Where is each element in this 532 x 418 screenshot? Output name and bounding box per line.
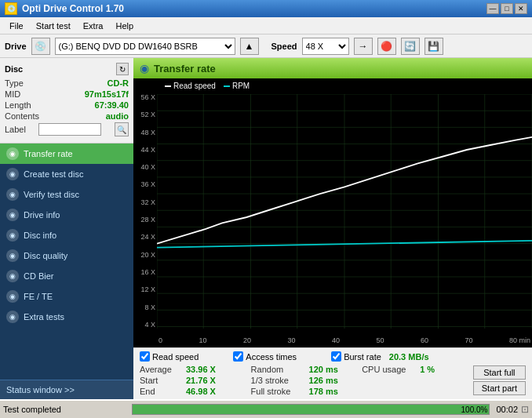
end-label: End	[140, 387, 183, 396]
legend-rpm: RPM	[224, 82, 250, 90]
sidebar-item-extra-tests[interactable]: ◉ Extra tests	[0, 307, 133, 327]
drive-label: Drive	[5, 42, 27, 51]
disc-mid-value: 97m15s17f	[85, 89, 129, 99]
x-label-20: 20	[243, 336, 251, 344]
transfer-rate-header: ◉ Transfer rate	[133, 58, 532, 78]
main-area: Disc ↻ Type CD-R MID 97m15s17f Length 67…	[0, 58, 532, 399]
y-label-52: 52 X	[140, 111, 155, 118]
read-speed-legend-dot	[165, 85, 171, 87]
progress-bar-fill: 100.0%	[133, 405, 489, 414]
random-value: 120 ms	[309, 365, 356, 374]
drive-icon: 💿	[31, 38, 50, 55]
disc-mid-label: MID	[5, 89, 20, 99]
close-button[interactable]: ✕	[515, 3, 527, 14]
sidebar-item-disc-info[interactable]: ◉ Disc info	[0, 225, 133, 245]
stats-col-2: Random 120 ms 1/3 stroke 126 ms Full str…	[251, 365, 363, 396]
chart-svg	[157, 94, 532, 329]
x-label-50: 50	[376, 336, 384, 344]
y-label-32: 32 X	[140, 199, 155, 206]
disc-length-label: Length	[5, 100, 31, 110]
sidebar-item-verify-test-disc[interactable]: ◉ Verify test disc	[0, 184, 133, 205]
stats-rows: Average 33.96 X Start 21.76 X End 46.98 …	[140, 365, 526, 396]
start-part-button[interactable]: Start part	[473, 381, 526, 395]
x-label-80: 80 min	[509, 336, 530, 344]
burst-rate-checkbox-item[interactable]: Burst rate	[331, 351, 381, 362]
x-label-60: 60	[421, 336, 428, 344]
status-resize-icon: ⊡	[521, 404, 529, 415]
chart-legend: Read speed RPM	[165, 82, 250, 90]
status-text: Test completed	[3, 405, 129, 414]
y-label-56: 56 X	[140, 94, 155, 101]
sidebar-item-drive-info[interactable]: ◉ Drive info	[0, 205, 133, 225]
action-buttons: Start full Start part	[473, 365, 526, 396]
menu-bar: File Start test Extra Help	[0, 17, 532, 35]
checkboxes-row: Read speed Access times Burst rate 20.3 …	[140, 351, 526, 362]
y-label-36: 36 X	[140, 181, 155, 188]
speed-select[interactable]: 48 X	[302, 38, 349, 55]
read-speed-checkbox-item[interactable]: Read speed	[140, 351, 199, 362]
rpm-legend-dot	[224, 85, 230, 87]
menu-file[interactable]: File	[3, 20, 30, 32]
start-full-button[interactable]: Start full	[473, 365, 526, 380]
access-times-checkbox-item[interactable]: Access times	[233, 351, 297, 362]
menu-help[interactable]: Help	[109, 20, 140, 32]
create-test-disc-icon: ◉	[6, 168, 19, 180]
status-window-button[interactable]: Status window >>	[0, 380, 133, 399]
app-title: Opti Drive Control 1.70	[22, 3, 486, 14]
save-button[interactable]: 💾	[425, 38, 443, 55]
disc-info-icon: ◉	[6, 229, 19, 242]
nav-items: ◉ Transfer rate ◉ Create test disc ◉ Ver…	[0, 144, 133, 327]
sidebar-item-fe-te[interactable]: ◉ FE / TE	[0, 286, 133, 307]
y-label-16: 16 X	[140, 269, 155, 276]
read-speed-checkbox[interactable]	[140, 351, 150, 362]
x-label-30: 30	[287, 336, 295, 344]
access-times-checkbox[interactable]	[233, 351, 243, 362]
action-btn-2[interactable]: 🔄	[401, 38, 420, 55]
window-controls: — □ ✕	[486, 3, 527, 14]
chart-area: Read speed RPM 56 X 52 X 48 X 44 X 40 X …	[133, 78, 532, 347]
disc-length-value: 67:39.40	[95, 100, 129, 110]
content-area: ◉ Transfer rate Read speed RPM 56 X 52 X…	[133, 58, 532, 399]
speed-arrow-button[interactable]: →	[354, 38, 373, 55]
cd-bier-icon: ◉	[6, 270, 19, 282]
minimize-button[interactable]: —	[486, 3, 499, 14]
y-label-12: 12 X	[140, 286, 155, 293]
disc-contents-label: Contents	[5, 111, 39, 121]
start-label: Start	[140, 376, 183, 385]
drive-select[interactable]: (G:) BENQ DVD DD DW1640 BSRB	[55, 38, 235, 55]
menu-start-test[interactable]: Start test	[30, 20, 77, 32]
burst-rate-checkbox[interactable]	[331, 351, 341, 362]
disc-label-input[interactable]	[38, 123, 101, 136]
y-label-20: 20 X	[140, 252, 155, 259]
cpu-label: CPU usage	[362, 365, 417, 374]
x-label-10: 10	[199, 336, 206, 344]
eject-button[interactable]: ▲	[240, 38, 259, 55]
y-label-28: 28 X	[140, 216, 155, 224]
speed-label: Speed	[271, 42, 297, 51]
status-bar: Test completed 100.0% 00:02 ⊡	[0, 399, 532, 418]
sidebar-item-disc-quality[interactable]: ◉ Disc quality	[0, 245, 133, 266]
disc-label-label: Label	[5, 125, 26, 134]
disc-label-search-button[interactable]: 🔍	[115, 122, 129, 136]
disc-refresh-button[interactable]: ↻	[116, 63, 129, 75]
average-value: 33.96 X	[186, 365, 233, 374]
transfer-rate-icon: ◉	[6, 147, 19, 160]
maximize-button[interactable]: □	[501, 3, 513, 14]
stroke2-label: Full stroke	[251, 387, 306, 396]
stroke2-value: 178 ms	[309, 387, 356, 396]
action-btn-1[interactable]: 🔴	[377, 38, 396, 55]
drive-info-icon: ◉	[6, 209, 19, 221]
x-axis: 0 10 20 30 40 50 60 70 80 min	[157, 336, 532, 344]
menu-extra[interactable]: Extra	[77, 20, 110, 32]
progress-text: 100.0%	[461, 405, 488, 414]
progress-bar-container: 100.0%	[132, 404, 490, 415]
x-label-0: 0	[159, 336, 162, 344]
x-label-40: 40	[332, 336, 340, 344]
sidebar-item-cd-bier[interactable]: ◉ CD Bier	[0, 266, 133, 286]
y-label-4: 4 X	[144, 322, 155, 329]
burst-rate-value: 20.3 MB/s	[389, 352, 429, 362]
stats-col-3: CPU usage 1 %	[362, 365, 473, 396]
transfer-rate-header-icon: ◉	[140, 62, 149, 75]
sidebar-item-create-test-disc[interactable]: ◉ Create test disc	[0, 164, 133, 184]
sidebar-item-transfer-rate[interactable]: ◉ Transfer rate	[0, 144, 133, 164]
